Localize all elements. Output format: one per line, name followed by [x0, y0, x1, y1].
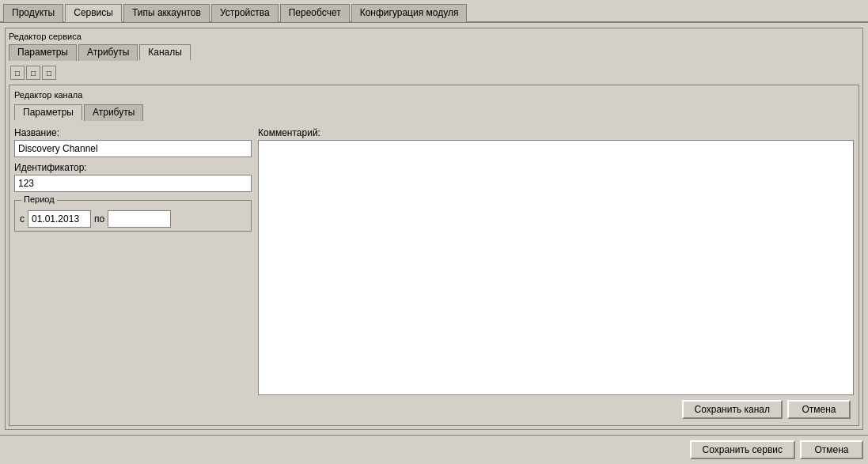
- comment-label: Комментарий:: [258, 127, 854, 138]
- main-action-bar: Сохранить сервис Отмена: [0, 435, 868, 464]
- save-channel-button[interactable]: Сохранить канал: [682, 400, 783, 419]
- period-from-label: с: [20, 213, 25, 224]
- period-to-label: по: [94, 213, 104, 224]
- id-input[interactable]: [14, 175, 252, 192]
- period-legend: Период: [21, 194, 57, 204]
- channel-editor-title: Редактор канала: [14, 90, 854, 100]
- tab-products[interactable]: Продукты: [3, 4, 63, 22]
- main-window: Продукты Сервисы Типы аккаунтов Устройст…: [0, 0, 868, 464]
- name-input[interactable]: [14, 140, 252, 157]
- cancel-channel-button[interactable]: Отмена: [787, 400, 851, 419]
- name-field-group: Название:: [14, 127, 252, 157]
- tab-account-types[interactable]: Типы аккаунтов: [123, 4, 210, 22]
- service-editor-panel: Редактор сервиса Параметры Атрибуты Кана…: [5, 28, 863, 430]
- channel-right-col: Комментарий:: [258, 127, 854, 395]
- id-field-group: Идентификатор:: [14, 162, 252, 192]
- cancel-service-button[interactable]: Отмена: [800, 440, 863, 459]
- channel-tab-params[interactable]: Параметры: [14, 104, 82, 121]
- id-label: Идентификатор:: [14, 162, 252, 173]
- comment-textarea[interactable]: [258, 140, 854, 395]
- toolbar-btn-1[interactable]: □: [10, 66, 25, 80]
- channel-tab-attrs[interactable]: Атрибуты: [84, 104, 143, 121]
- period-from-input[interactable]: [28, 210, 91, 228]
- save-service-button[interactable]: Сохранить сервис: [690, 440, 795, 459]
- toolbar-btn-3[interactable]: □: [42, 66, 56, 80]
- period-to-input[interactable]: [108, 210, 171, 228]
- channel-editor-panel: Редактор канала Параметры Атрибуты Назва…: [9, 85, 859, 426]
- service-inner-tab-bar: Параметры Атрибуты Каналы: [9, 44, 859, 61]
- channel-left-col: Название: Идентификатор: Период с: [14, 127, 252, 395]
- tab-services[interactable]: Сервисы: [65, 4, 122, 22]
- channel-toolbar: □ □ □: [9, 64, 859, 81]
- period-row: с по: [20, 210, 246, 228]
- tab-module-config[interactable]: Конфигурация модуля: [351, 4, 468, 22]
- channel-action-bar: Сохранить канал Отмена: [14, 395, 854, 421]
- service-editor-label: Редактор сервиса: [9, 32, 859, 41]
- service-tab-attrs[interactable]: Атрибуты: [78, 44, 138, 61]
- service-tab-channels[interactable]: Каналы: [139, 44, 191, 61]
- content-area: Редактор сервиса Параметры Атрибуты Кана…: [0, 23, 868, 435]
- name-label: Название:: [14, 127, 252, 138]
- tab-devices[interactable]: Устройства: [211, 4, 279, 22]
- top-tab-bar: Продукты Сервисы Типы аккаунтов Устройст…: [0, 0, 868, 23]
- channel-form-content: Название: Идентификатор: Период с: [14, 127, 854, 395]
- period-box: Период с по: [14, 200, 252, 232]
- channel-inner-tab-bar: Параметры Атрибуты: [14, 104, 854, 121]
- toolbar-btn-2[interactable]: □: [26, 66, 40, 80]
- tab-recalculation[interactable]: Переобсчет: [280, 4, 350, 22]
- service-tab-params[interactable]: Параметры: [9, 44, 77, 61]
